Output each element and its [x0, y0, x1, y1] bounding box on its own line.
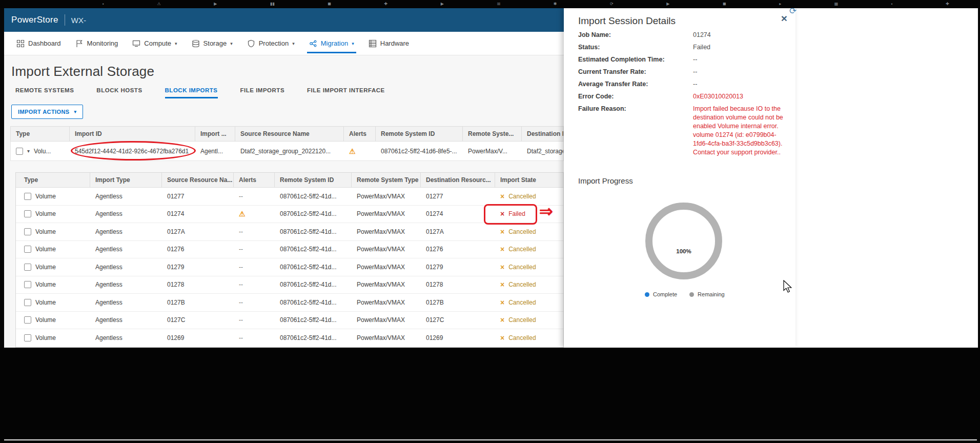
- parent-table-row[interactable]: ▾ Volu... 545d2f12-4442-41d2-926c-4672fb…: [10, 142, 564, 161]
- destination-value: 01276: [426, 246, 443, 253]
- field-value: 01274: [693, 31, 784, 39]
- column-header[interactable]: Remote System ID: [275, 173, 352, 187]
- cell-import-type: Agentless: [90, 281, 162, 288]
- column-header[interactable]: Alerts: [234, 173, 275, 187]
- checkbox[interactable]: [24, 281, 31, 288]
- cell-destination: 01276: [421, 246, 495, 253]
- field-label: Error Code:: [578, 92, 693, 101]
- page-title: Import External Storage: [11, 64, 154, 79]
- destination-value: 0127A: [426, 228, 444, 235]
- remote-id-value: 087061c2-5ff2-41d...: [280, 316, 337, 324]
- nav-label: Hardware: [380, 39, 409, 47]
- import-type-value: Agentless: [95, 246, 122, 253]
- checkbox[interactable]: [24, 210, 31, 217]
- field-value: --: [693, 80, 784, 89]
- nav-item-migration[interactable]: Migration▾: [302, 32, 361, 55]
- table-row[interactable]: VolumeAgentless0127B--087061c2-5ff2-41d.…: [16, 294, 563, 312]
- nav-item-storage[interactable]: Storage▾: [185, 32, 240, 55]
- column-header[interactable]: Import Type: [90, 173, 162, 187]
- tab-file-import-interface[interactable]: FILE IMPORT INTERFACE: [307, 87, 385, 98]
- nav-item-hardware[interactable]: Hardware: [361, 32, 416, 55]
- column-header[interactable]: Source Resource Na...: [162, 173, 234, 187]
- checkbox[interactable]: [24, 264, 31, 271]
- cell-destination: 0127C: [421, 316, 495, 324]
- column-header[interactable]: Import ...: [195, 127, 235, 141]
- column-header[interactable]: Remote Syste...: [463, 127, 522, 141]
- cell-import-type: Agentless: [90, 210, 162, 217]
- column-header[interactable]: Remote System Type: [352, 173, 421, 187]
- cell-import-type: Agentl...: [195, 148, 235, 155]
- table-row[interactable]: VolumeAgentless01279--087061c2-5ff2-41d.…: [16, 258, 563, 276]
- remote-type-value: PowerMax/VMAX: [357, 246, 405, 253]
- checkbox[interactable]: [24, 316, 31, 324]
- chevron-down-icon: ▾: [352, 41, 354, 46]
- table-row[interactable]: VolumeAgentless0127C--087061c2-5ff2-41d.…: [16, 312, 563, 330]
- column-header[interactable]: Alerts: [344, 127, 376, 141]
- tab-block-hosts[interactable]: BLOCK HOSTS: [96, 87, 142, 98]
- checkbox[interactable]: [24, 334, 31, 341]
- cell-source: 01277: [162, 193, 234, 200]
- checkbox[interactable]: [24, 246, 31, 253]
- column-header[interactable]: Source Resource Name: [235, 127, 344, 141]
- table-row[interactable]: VolumeAgentless01269--087061c2-5ff2-41d.…: [16, 329, 563, 347]
- cell-import-type: Agentless: [90, 299, 162, 306]
- child-table-body: VolumeAgentless01277--087061c2-5ff2-41d.…: [16, 188, 563, 347]
- no-alerts-value: --: [239, 228, 243, 235]
- chevron-expand-icon[interactable]: ▾: [27, 148, 30, 154]
- monitoring-icon: [75, 39, 84, 48]
- state-label: Failed: [508, 210, 525, 217]
- remote-type-value: PowerMax/VMAX: [357, 316, 405, 324]
- import-type-value: Agentless: [95, 281, 122, 288]
- table-row[interactable]: VolumeAgentless01276--087061c2-5ff2-41d.…: [16, 241, 563, 259]
- destination-value: Dtaf2_storage_...: [527, 148, 563, 155]
- cell-destination: 0127B: [421, 299, 495, 306]
- checkbox[interactable]: [24, 299, 31, 306]
- hardware-icon: [369, 39, 377, 48]
- column-header[interactable]: Remote System ID: [376, 127, 463, 141]
- nav-label: Monitoring: [87, 39, 118, 47]
- import-type-value: Agentless: [95, 193, 122, 200]
- nav-item-monitoring[interactable]: Monitoring: [68, 32, 126, 55]
- nav-label: Storage: [203, 39, 227, 47]
- destination-value: 01277: [426, 193, 443, 200]
- tab-file-imports[interactable]: FILE IMPORTS: [240, 87, 285, 98]
- destination-value: 01279: [426, 264, 443, 271]
- top-strip-icon: ▪: [103, 2, 104, 6]
- table-row[interactable]: VolumeAgentless01278--087061c2-5ff2-41d.…: [16, 276, 563, 294]
- close-icon[interactable]: ×: [781, 13, 787, 24]
- x-icon: ×: [500, 210, 504, 217]
- table-row[interactable]: VolumeAgentless01274⚠087061c2-5ff2-41d..…: [16, 206, 563, 224]
- import-type-value: Agentless: [95, 316, 122, 324]
- remote-type-value: PowerMax/VMAX: [357, 299, 405, 306]
- column-header[interactable]: Type: [16, 173, 90, 187]
- import-actions-button[interactable]: IMPORT ACTIONS ▾: [11, 105, 83, 119]
- detail-field: Job Name:01274: [578, 31, 784, 39]
- cell-remote-type: PowerMax/VMAX: [352, 264, 421, 271]
- column-header[interactable]: Type: [11, 127, 70, 141]
- tab-remote-systems[interactable]: REMOTE SYSTEMS: [15, 87, 74, 98]
- table-row[interactable]: VolumeAgentless0127A--087061c2-5ff2-41d.…: [16, 223, 563, 241]
- tab-block-imports[interactable]: BLOCK IMPORTS: [165, 87, 218, 98]
- table-row[interactable]: VolumeAgentless01277--087061c2-5ff2-41d.…: [16, 188, 563, 206]
- legend-label: Complete: [653, 291, 677, 297]
- nav-item-compute[interactable]: Compute▾: [125, 32, 184, 55]
- nav-item-protection[interactable]: Protection▾: [240, 32, 302, 55]
- state-label: Cancelled: [508, 246, 536, 253]
- cell-remote-type: PowerMax/VMAX: [352, 210, 421, 217]
- column-header[interactable]: Import ID: [70, 127, 195, 141]
- column-header[interactable]: Destination Res...: [522, 127, 563, 141]
- cell-source: 01278: [162, 281, 234, 288]
- checkbox[interactable]: [24, 193, 31, 200]
- import-type-value: Agentl...: [200, 148, 223, 155]
- chevron-down-icon: ▾: [230, 41, 233, 46]
- top-strip: ▪⚠▶▮▮◼✚▶⊞✱⟳▶◼▸▦▪✚: [0, 0, 980, 8]
- cell-destination: 01278: [421, 281, 495, 288]
- volume-label: Volume: [35, 299, 56, 306]
- cell-alerts: --: [234, 246, 275, 253]
- column-header[interactable]: Destination Resourc...: [421, 173, 495, 187]
- nav-item-dashboard[interactable]: Dashboard: [9, 32, 68, 55]
- column-header[interactable]: Import State: [495, 173, 563, 187]
- checkbox[interactable]: [24, 228, 31, 235]
- checkbox[interactable]: [16, 148, 23, 155]
- cell-destination: 01269: [421, 334, 495, 341]
